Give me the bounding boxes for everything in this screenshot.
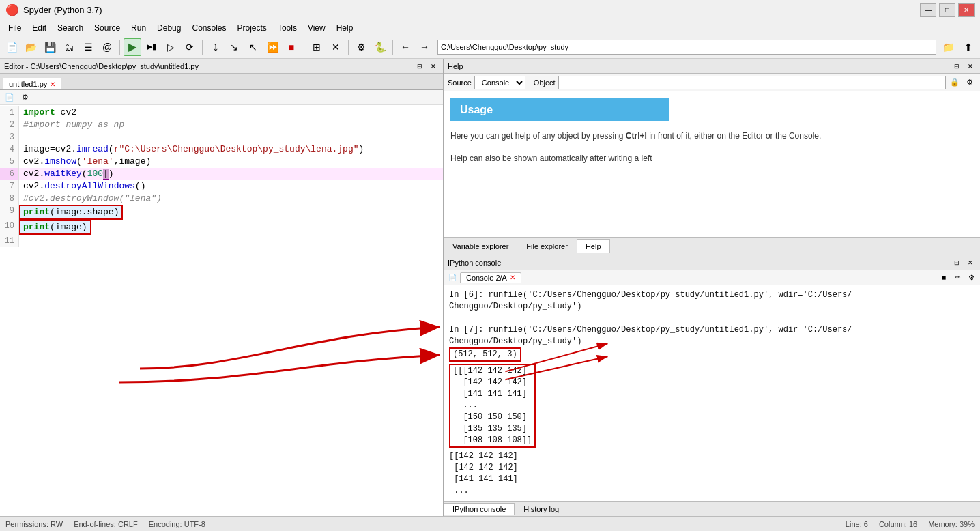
console-tab-ipython[interactable]: IPython console: [444, 503, 515, 515]
run-cell-button[interactable]: ▶▮: [143, 38, 160, 56]
minimize-button[interactable]: —: [920, 3, 936, 17]
step-button[interactable]: ⤵: [206, 38, 224, 56]
editor-new-button[interactable]: 📄: [3, 91, 16, 104]
editor-tab-label: untitled1.py: [9, 80, 47, 88]
menu-search[interactable]: Search: [52, 22, 89, 34]
code-line-2: 2 #import numpy as np: [0, 119, 443, 131]
menu-run[interactable]: Run: [126, 22, 152, 34]
menu-file[interactable]: File: [3, 22, 27, 34]
console-output[interactable]: In [6]: runfile('C:/Users/Chengguo/Deskt…: [444, 285, 980, 501]
help-close-button[interactable]: ✕: [965, 61, 976, 72]
help-panel: Help ⊟ ✕ Source Console Editor Object 🔒 …: [444, 59, 980, 255]
menu-debug[interactable]: Debug: [152, 22, 186, 34]
editor-close-button[interactable]: ✕: [428, 61, 439, 72]
step-into-button[interactable]: ↘: [225, 38, 243, 56]
line-number-7: 7: [0, 180, 19, 192]
help-source-bar: Source Console Editor Object 🔒 ⚙: [444, 74, 980, 91]
menu-help[interactable]: Help: [331, 22, 359, 34]
editor-header: Editor - C:\Users\Chengguo\Desktop\py_st…: [0, 59, 443, 74]
editor-tab-untitled1[interactable]: untitled1.py ✕: [3, 78, 61, 89]
console-tab-history[interactable]: History log: [515, 503, 568, 515]
path-input[interactable]: [437, 40, 936, 55]
help-header: Help ⊟ ✕: [444, 59, 980, 74]
line-code-9: print(image.shape): [19, 205, 123, 220]
console-tab-name: Console 2/A: [466, 274, 507, 282]
code-line-1: 1 import cv2: [0, 106, 443, 119]
debug-button[interactable]: ⟳: [181, 38, 199, 56]
help-text-1: Here you can get help of any object by p…: [450, 130, 973, 143]
object-input[interactable]: [558, 76, 946, 89]
encoding-status: Encoding: UTF-8: [149, 520, 205, 528]
help-settings-button[interactable]: ⚙: [964, 76, 976, 89]
console-new-button[interactable]: 📄: [446, 272, 459, 284]
open-file-button[interactable]: 📂: [22, 38, 40, 56]
right-panel: Help ⊟ ✕ Source Console Editor Object 🔒 …: [444, 59, 980, 516]
menu-source[interactable]: Source: [89, 22, 126, 34]
console-close-button[interactable]: ✕: [965, 257, 976, 268]
help-title: Help: [448, 62, 463, 70]
continue-button[interactable]: ⏩: [263, 38, 281, 56]
maximize-button[interactable]: □: [939, 3, 955, 17]
code-line-7: 7 cv2.destroyAllWindows(): [0, 180, 443, 192]
help-float-button[interactable]: ⊟: [951, 61, 962, 72]
benchmark-button[interactable]: ✕: [327, 38, 345, 56]
menu-edit[interactable]: Edit: [27, 22, 52, 34]
step-out-button[interactable]: ↖: [244, 38, 262, 56]
editor-toolbar: 📄 ⚙: [0, 90, 443, 105]
menu-view[interactable]: View: [302, 22, 331, 34]
line-code-6: cv2.waitKey(100|): [19, 168, 114, 180]
line-number-2: 2: [0, 119, 19, 131]
line-code-11: [19, 235, 29, 247]
console-array-3: [142 142 142]: [449, 462, 975, 474]
up-button[interactable]: ⬆: [960, 38, 977, 56]
forward-button[interactable]: →: [416, 38, 433, 56]
console-interrupt-button[interactable]: ■: [938, 272, 950, 284]
line-number-6: 6: [0, 168, 19, 180]
save-button[interactable]: 💾: [41, 38, 59, 56]
separator-5: [392, 40, 393, 55]
run-button[interactable]: ▶: [124, 38, 141, 56]
console-array-4: [141 141 141]: [449, 474, 975, 485]
editor-settings-button[interactable]: ⚙: [18, 91, 32, 104]
code-editor[interactable]: 1 import cv2 2 #import numpy as np 3 4 i…: [0, 105, 443, 516]
menu-consoles[interactable]: Consoles: [186, 22, 231, 34]
list-button[interactable]: ☰: [79, 38, 97, 56]
source-selector[interactable]: Console Editor: [474, 76, 525, 89]
menu-tools[interactable]: Tools: [272, 22, 302, 34]
stop-button[interactable]: ■: [283, 38, 300, 56]
line-code-5: cv2.imshow('lena',image): [19, 156, 151, 168]
settings-button[interactable]: ⚙: [352, 38, 370, 56]
console-line-in7: In [7]: runfile('C:/Users/Chengguo/Deskt…: [449, 324, 975, 336]
source-label: Source: [448, 78, 472, 87]
close-button[interactable]: ✕: [958, 3, 975, 17]
python-button[interactable]: 🐍: [371, 38, 389, 56]
new-file-button[interactable]: 📄: [3, 38, 20, 56]
console-bottom-tabs: IPython console History log: [444, 501, 980, 516]
menu-projects[interactable]: Projects: [232, 22, 272, 34]
tab-file-explorer[interactable]: File explorer: [517, 239, 577, 253]
window-title: Spyder (Python 3.7): [23, 5, 920, 15]
tab-help[interactable]: Help: [577, 239, 610, 253]
save-all-button[interactable]: 🗂: [60, 38, 78, 56]
line-code-8: #cv2.destroyWindow("lena"): [19, 192, 162, 205]
editor-tab-close[interactable]: ✕: [50, 81, 55, 88]
browse-button[interactable]: 📁: [939, 38, 957, 56]
line-code-7: cv2.destroyAllWindows(): [19, 180, 145, 192]
console-float-button[interactable]: ⊟: [951, 257, 962, 268]
profile-button[interactable]: ⊞: [308, 38, 326, 56]
line-code-4: image=cv2.imread(r"C:\Users\Chengguo\Des…: [19, 143, 364, 156]
at-button[interactable]: @: [98, 38, 116, 56]
console-restart-button[interactable]: ✏: [951, 272, 964, 284]
run-selection-button[interactable]: ▷: [162, 38, 179, 56]
console-tab-label[interactable]: Console 2/A ✕: [460, 272, 521, 283]
console-toolbar: 📄 Console 2/A ✕ ■ ✏ ⚙: [444, 270, 980, 285]
console-settings-button[interactable]: ⚙: [965, 272, 977, 284]
toolbar: 📄 📂 💾 🗂 ☰ @ ▶ ▶▮ ▷ ⟳ ⤵ ↘ ↖ ⏩ ■ ⊞ ✕ ⚙ 🐍 ←…: [0, 35, 980, 59]
back-button[interactable]: ←: [397, 38, 414, 56]
lock-button[interactable]: 🔒: [949, 76, 961, 89]
editor-float-button[interactable]: ⊟: [414, 61, 425, 72]
console-tab-close[interactable]: ✕: [510, 274, 515, 281]
permissions-status: Permissions: RW: [5, 520, 63, 528]
tab-variable-explorer[interactable]: Variable explorer: [444, 239, 517, 253]
statusbar: Permissions: RW End-of-lines: CRLF Encod…: [0, 516, 980, 531]
